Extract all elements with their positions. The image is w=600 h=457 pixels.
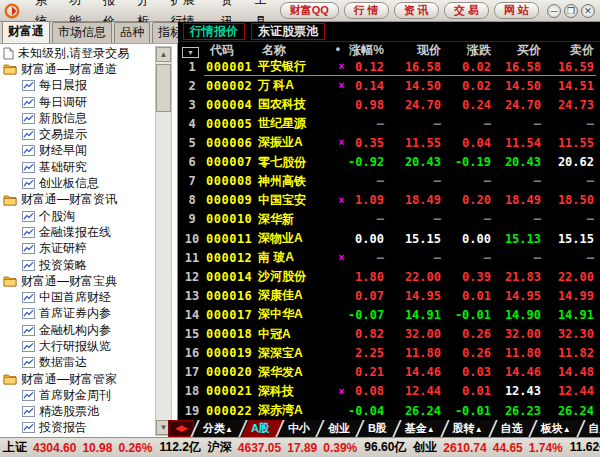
table-row[interactable]: 13000016深康佳A0.0714.950.0114.9514.99 xyxy=(178,286,600,305)
value-cell: 0.02 xyxy=(447,79,497,93)
sidebar-item[interactable]: 首席证券内参 xyxy=(0,306,155,322)
sidebar-item[interactable]: 东证研粹 xyxy=(0,241,155,257)
sidebar-item[interactable]: 首席财金周刊 xyxy=(0,387,155,403)
sidebar-item[interactable]: 大行研报纵览 xyxy=(0,338,155,354)
sidebar-scrollbar[interactable]: ▲ ▼ xyxy=(155,46,172,436)
sidebar-item[interactable]: 财经早闻 xyxy=(0,143,155,159)
menu-bar: 系统功能报价分析扩展行情资讯工具 xyxy=(26,0,280,21)
market-tab-分类[interactable]: 分类▲ xyxy=(194,420,242,437)
workspace-tab-3[interactable]: 品种 xyxy=(114,22,150,43)
scroll-up-icon[interactable]: ▲ xyxy=(156,47,171,62)
value-cell: – xyxy=(497,251,547,265)
quick-button-1[interactable]: 财富QQ xyxy=(280,2,339,19)
value-cell: 26.23 xyxy=(497,404,547,418)
sidebar-item[interactable]: 基础研究 xyxy=(0,159,155,175)
sidebar-item[interactable]: 未知级别,请登录交易 xyxy=(0,45,155,61)
workspace-tab-2[interactable]: 市场信息 xyxy=(52,22,112,43)
table-row[interactable]: 6000007零七股份-0.9220.43-0.1920.4320.62 xyxy=(178,153,600,172)
value-cell: 14.46 xyxy=(390,365,447,379)
quick-button-4[interactable]: 交 易 xyxy=(444,2,489,19)
sidebar-item-label: 首席证券内参 xyxy=(39,306,111,322)
table-row[interactable]: 11000012南 玻A×––––– xyxy=(178,248,600,267)
value-cell: -0.92 xyxy=(348,155,390,169)
table-row[interactable]: 18000021深科技×0.0812.440.0112.4312.44 xyxy=(178,382,600,401)
market-tab-label: 股转 xyxy=(453,422,475,434)
table-row[interactable]: 3000004国农科技0.9824.700.2424.7024.73 xyxy=(178,95,600,114)
index-label: 沪深 xyxy=(208,439,232,456)
market-tab-基金[interactable]: 基金▲ xyxy=(396,420,444,437)
table-row[interactable]: 15000018中冠A0.8232.000.2632.0032.30 xyxy=(178,325,600,344)
table-row[interactable]: 17000020深华发A0.2114.460.0314.4614.48 xyxy=(178,363,600,382)
index-value: 4637.05 xyxy=(238,441,281,455)
quick-button-2[interactable]: 行 情 xyxy=(344,2,389,19)
chart-icon xyxy=(22,341,35,352)
market-tab-label: 基金 xyxy=(405,422,427,434)
sidebar-item[interactable]: 每日晨报 xyxy=(0,78,155,94)
table-row[interactable]: 5000006深振业A×0.3511.550.0411.5411.55 xyxy=(178,133,600,152)
stock-name: 深华发A xyxy=(258,364,335,381)
sidebar-item[interactable]: 财富通—财富通道 xyxy=(0,61,155,77)
sidebar-item[interactable]: 精选股票池 xyxy=(0,404,155,420)
value-cell: – xyxy=(348,117,390,131)
row-number: 5 xyxy=(178,136,206,150)
market-tab-自定[interactable]: 自定▲ xyxy=(580,420,600,437)
stock-code: 000014 xyxy=(206,270,258,284)
sidebar-item[interactable]: 投资报告 xyxy=(0,420,155,436)
row-number: 13 xyxy=(178,289,206,303)
sidebar-item[interactable]: 新股信息 xyxy=(0,110,155,126)
sidebar-item[interactable]: 财富通—财富管家 xyxy=(0,371,155,387)
chart-icon xyxy=(22,308,35,319)
sidebar: 未知级别,请登录交易财富通—财富通道每日晨报每日调研新股信息交易提示财经早闻基础… xyxy=(0,44,178,437)
quick-button-5[interactable]: 网 站 xyxy=(494,2,539,19)
value-cell: – xyxy=(547,117,600,131)
view-tab-1[interactable]: 行情报价 xyxy=(183,23,245,40)
market-tab-A股[interactable]: A股 xyxy=(242,420,279,437)
sidebar-item[interactable]: 交易提示 xyxy=(0,126,155,142)
table-row[interactable]: 19000022深赤湾A-0.0426.24-0.0126.2326.24 xyxy=(178,401,600,420)
sidebar-item[interactable]: 创业板信息 xyxy=(0,175,155,191)
sidebar-item[interactable]: 中国首席财经 xyxy=(0,289,155,305)
sidebar-item[interactable]: 财富通—财富宝典 xyxy=(0,273,155,289)
sidebar-item[interactable]: 金融机构内参 xyxy=(0,322,155,338)
market-tab-板块[interactable]: 板块▲ xyxy=(532,420,580,437)
stock-name: 深中华A xyxy=(258,306,335,323)
market-tab-创业[interactable]: 创业 xyxy=(319,420,359,437)
table-row[interactable]: 9000010深华新––––– xyxy=(178,210,600,229)
sidebar-item[interactable]: 个股淘 xyxy=(0,208,155,224)
sidebar-item[interactable]: 金融谍报在线 xyxy=(0,224,155,240)
folder-icon xyxy=(3,373,17,385)
sidebar-item[interactable]: 财富通—财富资讯 xyxy=(0,192,155,208)
index-value: 2610.74 xyxy=(443,441,486,455)
scrollbar-thumb[interactable] xyxy=(156,64,171,112)
market-tab-中小[interactable]: 中小 xyxy=(279,420,319,437)
minimize-button[interactable]: ─ xyxy=(547,4,561,18)
sidebar-item[interactable]: 每日调研 xyxy=(0,94,155,110)
value-cell: -0.07 xyxy=(348,308,390,322)
restore-button[interactable]: ❐ xyxy=(564,4,578,18)
view-tab-2[interactable]: 东证股票池 xyxy=(251,23,325,40)
table-row[interactable]: 1000001平安银行×0.1216.580.0216.5816.59 xyxy=(178,57,600,76)
chart-icon xyxy=(22,113,35,124)
table-row[interactable]: 2000002万 科A×0.1414.500.0214.5014.51 xyxy=(178,76,600,95)
market-tab-B股[interactable]: B股 xyxy=(359,420,396,437)
row-number: 16 xyxy=(178,346,206,360)
table-row[interactable]: 14000017深中华A-0.0714.91-0.0114.9014.91 xyxy=(178,305,600,324)
value-cell: 24.70 xyxy=(497,98,547,112)
close-button[interactable]: ✕ xyxy=(581,4,595,18)
market-tab-自选[interactable]: 自选 xyxy=(492,420,532,437)
value-cell: 0.98 xyxy=(348,98,390,112)
sidebar-item-label: 首席财金周刊 xyxy=(39,387,111,403)
table-row[interactable]: 10000011深物业A0.0015.150.0015.1315.15 xyxy=(178,229,600,248)
workspace-tab-1[interactable]: 财富通 xyxy=(2,21,50,43)
table-row[interactable]: 16000019深深宝A2.2511.800.2611.8011.82 xyxy=(178,344,600,363)
table-row[interactable]: 7000008神州高铁––––– xyxy=(178,172,600,191)
table-row[interactable]: 12000014沙河股份1.8022.000.3921.8322.00 xyxy=(178,267,600,286)
sidebar-item[interactable]: 投资策略 xyxy=(0,257,155,273)
quick-button-3[interactable]: 资 讯 xyxy=(394,2,439,19)
table-row[interactable]: 8000009中国宝安×1.0918.490.2018.4918.50 xyxy=(178,191,600,210)
table-row[interactable]: 4000005世纪星源––––– xyxy=(178,114,600,133)
stock-code: 000022 xyxy=(206,404,258,418)
row-selector-header[interactable]: ▼ xyxy=(178,44,206,58)
sidebar-item[interactable]: 数据雷达 xyxy=(0,355,155,371)
market-tab-股转[interactable]: 股转▲ xyxy=(444,420,492,437)
